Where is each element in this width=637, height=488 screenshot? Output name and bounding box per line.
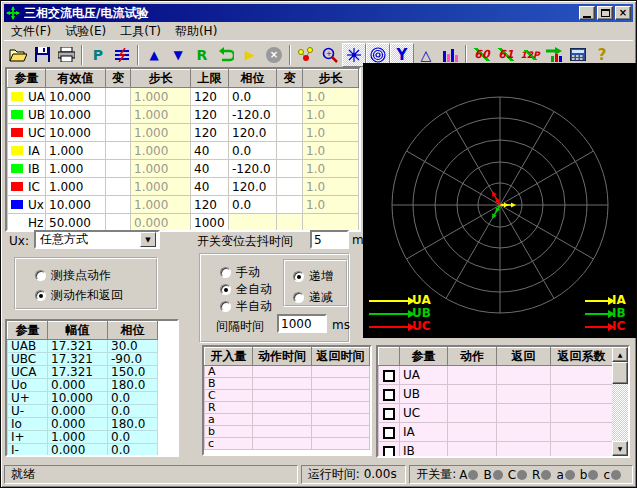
checkbox[interactable] (383, 389, 395, 401)
result-table: 参量 动作 返回 返回系数 UA UB UC IA IB IC ▲ ▼ (376, 345, 630, 458)
scroll-thumb[interactable] (612, 362, 628, 384)
measure-row: UCA17.321150.0 (8, 366, 158, 379)
61-icon: 61 (498, 48, 513, 61)
legend-ib: IB (585, 308, 626, 319)
checkbox[interactable] (383, 446, 395, 458)
vector-diagram-button[interactable] (294, 43, 318, 67)
p-icon: P (93, 47, 103, 63)
radio-icon (293, 271, 304, 282)
radio-action-return[interactable]: 测动作和返回 (35, 287, 123, 304)
phase-cell[interactable]: 0.0 (229, 142, 277, 160)
var2-cell[interactable] (277, 142, 303, 160)
limit-cell[interactable]: 40 (191, 160, 229, 178)
scroll-up-button[interactable]: ▲ (612, 347, 628, 362)
var-cell[interactable] (106, 88, 131, 106)
var2-cell[interactable] (277, 106, 303, 124)
phase-cell[interactable]: -120.0 (229, 106, 277, 124)
print-button[interactable] (54, 43, 78, 67)
limit-cell[interactable]: 120 (191, 196, 229, 214)
menu-tools[interactable]: 工具(T) (113, 22, 168, 41)
rms-cell[interactable]: 1.000 (46, 160, 106, 178)
limit-cell[interactable]: 120 (191, 124, 229, 142)
rms-cell[interactable]: 10.000 (46, 106, 106, 124)
rms-cell[interactable]: 1.000 (46, 178, 106, 196)
maximize-button[interactable] (597, 6, 613, 20)
reset-button[interactable]: R (190, 43, 214, 67)
phase-cell (229, 214, 277, 232)
var-cell[interactable] (106, 178, 131, 196)
zoom-button[interactable]: + (318, 43, 342, 67)
stop-button[interactable]: × (262, 43, 286, 67)
checkbox[interactable] (383, 408, 395, 420)
step-down-button[interactable]: ▼ (166, 43, 190, 67)
result-header-row: 参量 动作 返回 返回系数 (379, 348, 613, 366)
checkbox[interactable] (383, 427, 395, 439)
result-row: UA (379, 366, 613, 385)
limit-cell[interactable]: 120 (191, 106, 229, 124)
radio-contact-action[interactable]: 测接点动作 (35, 267, 111, 284)
var-cell[interactable] (106, 196, 131, 214)
menu-help[interactable]: 帮助(H) (168, 22, 224, 41)
var2-cell[interactable] (277, 178, 303, 196)
radio-semi-auto[interactable]: 半自动 (220, 298, 272, 315)
radio-manual[interactable]: 手动 (220, 264, 260, 281)
limit-cell[interactable]: 1000 (191, 214, 229, 232)
chevron-down-icon[interactable]: ▼ (140, 232, 156, 247)
param-settings-button[interactable]: P (86, 43, 110, 67)
debounce-input[interactable] (310, 230, 349, 249)
rms-cell[interactable]: 10.000 (46, 196, 106, 214)
legend-ia: IA (585, 295, 626, 306)
var-cell[interactable] (106, 160, 131, 178)
toolbar-separator (465, 45, 467, 65)
var-cell[interactable] (106, 142, 131, 160)
phase-cell[interactable]: 0.0 (229, 88, 277, 106)
rms-cell[interactable]: 10.000 (46, 124, 106, 142)
radio-full-auto[interactable]: 全自动 (220, 281, 272, 298)
phase-seq-button[interactable] (110, 43, 134, 67)
ux-select[interactable]: 任意方式 ▼ (34, 230, 160, 249)
minimize-button[interactable] (579, 6, 595, 20)
phase-cell[interactable]: 0.0 (229, 196, 277, 214)
app-icon (6, 6, 20, 20)
rms-cell[interactable]: 1.000 (46, 142, 106, 160)
limit-cell[interactable]: 40 (191, 178, 229, 196)
scroll-down-button[interactable]: ▼ (612, 441, 628, 456)
phase-cell[interactable]: 120.0 (229, 124, 277, 142)
limit-cell[interactable]: 40 (191, 142, 229, 160)
phase-cell[interactable]: 120.0 (229, 178, 277, 196)
minimize-icon (583, 16, 591, 18)
var-cell[interactable] (106, 106, 131, 124)
checkbox[interactable] (383, 370, 395, 382)
ratio-cell (551, 366, 613, 385)
step-up-button[interactable]: ▲ (142, 43, 166, 67)
vertical-scrollbar[interactable]: ▲ ▼ (612, 347, 628, 456)
open-button[interactable] (6, 43, 30, 67)
limit-cell[interactable]: 120 (191, 88, 229, 106)
param-row-ub: UB10.0001.000120-120.01.0 (8, 106, 359, 124)
param-header-row: 参量 有效值 变 步长 上限 相位 变 步长 (8, 70, 359, 88)
pstep-cell: 1.0 (303, 142, 359, 160)
var2-cell[interactable] (277, 160, 303, 178)
arrow-icon (585, 300, 609, 302)
var-cell[interactable] (106, 214, 131, 232)
step-cell: 1.000 (131, 88, 191, 106)
start-button[interactable]: ▶ (238, 43, 262, 67)
save-button[interactable] (30, 43, 54, 67)
color-swatch (11, 164, 23, 173)
menu-file[interactable]: 文件(F) (4, 22, 58, 41)
radio-increase[interactable]: 递增 (293, 268, 333, 285)
var2-cell[interactable] (277, 196, 303, 214)
pstep-cell (303, 214, 359, 232)
phase-cell[interactable]: -120.0 (229, 160, 277, 178)
menu-test[interactable]: 试验(E) (58, 22, 113, 41)
interval-input[interactable] (277, 314, 327, 333)
var2-cell[interactable] (277, 88, 303, 106)
var-cell[interactable] (106, 124, 131, 142)
rms-cell[interactable]: 50.000 (46, 214, 106, 232)
legend-ub: UB (369, 308, 431, 319)
var2-cell[interactable] (277, 124, 303, 142)
undo-button[interactable] (214, 43, 238, 67)
radio-decrease[interactable]: 递减 (293, 289, 333, 306)
rms-cell[interactable]: 10.000 (46, 88, 106, 106)
close-button[interactable]: × (615, 6, 631, 20)
